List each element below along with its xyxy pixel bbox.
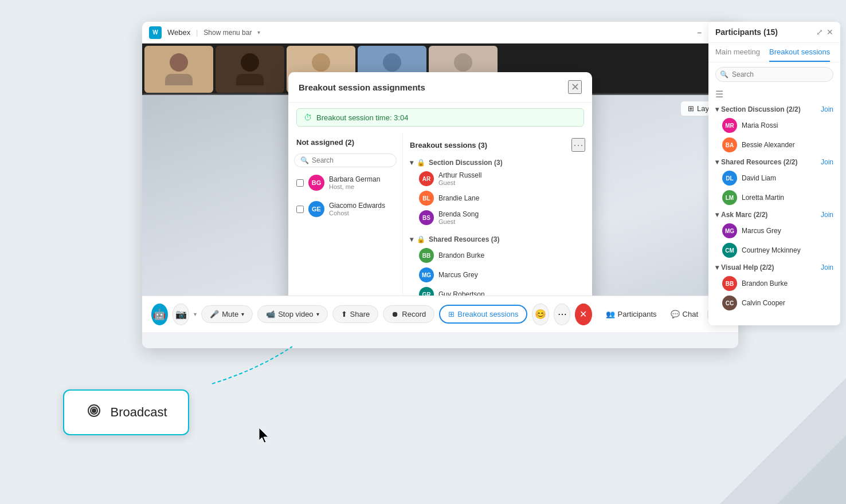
- marcus-panel-name: Marcus Grey: [742, 227, 781, 235]
- modal-close-button[interactable]: ✕: [568, 80, 582, 94]
- section-visual-join[interactable]: Join: [821, 263, 833, 271]
- clock-icon: ⏱: [304, 113, 312, 122]
- session-group-header-2: ▾ 🔒 Shared Resources (3): [410, 233, 585, 246]
- panel-search-input[interactable]: [715, 67, 833, 82]
- participant-courtney: CM Courtney Mckinney: [708, 241, 840, 260]
- calvin-name: Calvin Cooper: [742, 299, 785, 307]
- section-shared-header: ▾ Shared Resources (2/2) Join: [708, 155, 840, 168]
- giacomo-checkbox[interactable]: [296, 206, 304, 213]
- section-askmarc-join[interactable]: Join: [821, 211, 833, 219]
- chat-button[interactable]: 💬 Chat: [666, 307, 703, 321]
- not-assigned-title: Not assigned (2): [294, 138, 397, 149]
- section-discussion-join[interactable]: Join: [821, 105, 833, 113]
- tab-breakout-sessions[interactable]: Breakout sessions: [769, 43, 830, 62]
- breakout-sessions-header: Breakout sessions (3) ⋯: [410, 138, 585, 156]
- arthur-role: Guest: [438, 179, 481, 186]
- modal-body: Not assigned (2) 🔍 BG Barbara German Hos…: [288, 132, 592, 296]
- modal-right-panel: Breakout sessions (3) ⋯ ▾ 🔒 Section Disc…: [403, 132, 592, 296]
- chevron-section-2[interactable]: ▾: [715, 158, 719, 166]
- guy-avatar: GR: [419, 287, 434, 296]
- end-call-button[interactable]: ✕: [575, 304, 592, 325]
- camera-button[interactable]: 📷: [173, 304, 189, 325]
- calvin-avatar: CC: [722, 296, 737, 310]
- breakout-session-modal: Breakout session assignments ✕ ⏱ Breakou…: [288, 72, 592, 296]
- cursor: [259, 428, 271, 444]
- tab-main-meeting[interactable]: Main meeting: [715, 43, 760, 62]
- mute-button[interactable]: 🎤 Mute ▾: [201, 305, 253, 323]
- brenda-name: Brenda Song: [438, 210, 479, 218]
- mute-chevron[interactable]: ▾: [241, 311, 244, 317]
- chevron-section-3[interactable]: ▾: [715, 211, 719, 219]
- svg-point-3: [92, 408, 96, 413]
- member-brenda: BS Brenda Song Guest: [410, 208, 585, 227]
- bessie-avatar: BA: [722, 137, 737, 152]
- maria-name: Maria Rossi: [742, 121, 778, 129]
- collapse-icon-1[interactable]: ▾: [410, 159, 413, 167]
- member-guy: GR Guy Robertson: [410, 285, 585, 296]
- arthur-name: Arthur Russell: [438, 171, 481, 179]
- participants-button[interactable]: 👥 Participants: [601, 307, 661, 321]
- session-group-shared-resources: ▾ 🔒 Shared Resources (3) BB Brandon Burk…: [410, 233, 585, 296]
- thumbnail-2: [216, 46, 284, 93]
- breakout-sessions-button[interactable]: ⊞ Breakout sessions: [439, 305, 527, 324]
- toolbar: 🤖 📷 ▾ 🎤 Mute ▾ 📹 Stop video ▾ ⬆ Share ⏺ …: [142, 296, 738, 332]
- user-giacomo: GE Giacomo Edwards Cohost: [294, 198, 397, 220]
- marcus-avatar: MG: [419, 267, 434, 282]
- participants-panel: Participants (15) ⤢ ✕ Main meeting Break…: [708, 22, 840, 325]
- section-discussion-title: ▾ Section Discussion (2/2): [715, 105, 801, 113]
- section-shared-join[interactable]: Join: [821, 158, 833, 166]
- courtney-avatar: CM: [722, 243, 737, 258]
- emoji-button[interactable]: 😊: [532, 304, 549, 325]
- panel-header-icons: ⤢ ✕: [816, 27, 833, 37]
- list-icon: ☰: [715, 89, 723, 99]
- stop-video-button[interactable]: 📹 Stop video ▾: [257, 305, 327, 323]
- barbara-avatar: BG: [308, 175, 324, 191]
- minimize-button[interactable]: −: [695, 28, 704, 37]
- member-arthur: AR Arthur Russell Guest: [410, 169, 585, 188]
- brandon-avatar: BB: [419, 248, 434, 263]
- arthur-avatar: AR: [419, 171, 434, 186]
- webex-logo: W: [149, 26, 162, 39]
- panel-content: ▾ Section Discussion (2/2) Join MR Maria…: [708, 102, 840, 325]
- panel-title: Participants (15): [715, 27, 778, 37]
- brandie-avatar: BL: [419, 191, 434, 206]
- david-name: David Liam: [742, 174, 776, 182]
- session-name-1: Section Discussion (3): [429, 159, 503, 167]
- list-view-toggle[interactable]: ☰: [708, 86, 840, 102]
- chat-icon: 💬: [671, 310, 680, 318]
- video-chevron[interactable]: ▾: [316, 311, 319, 317]
- share-button[interactable]: ⬆ Share: [332, 305, 379, 323]
- barbara-checkbox[interactable]: [296, 179, 304, 187]
- panel-header: Participants (15) ⤢ ✕: [708, 22, 840, 43]
- show-menu-bar[interactable]: Show menu bar: [203, 29, 252, 37]
- loretta-name: Loretta Martin: [742, 194, 784, 202]
- record-icon: ⏺: [391, 310, 399, 318]
- collapse-icon-2[interactable]: ▾: [410, 235, 413, 243]
- user-barbara: BG Barbara German Host, me: [294, 172, 397, 194]
- svg-marker-4: [259, 428, 268, 443]
- mic-icon: 🎤: [210, 310, 219, 318]
- bessie-name: Bessie Alexander: [742, 141, 795, 149]
- brenda-avatar: BS: [419, 210, 434, 225]
- thumbnail-1: [144, 46, 213, 93]
- record-button[interactable]: ⏺ Record: [383, 305, 434, 323]
- panel-search[interactable]: 🔍: [708, 62, 840, 86]
- camera-chevron[interactable]: ▾: [194, 311, 197, 317]
- chevron-section-1[interactable]: ▾: [715, 105, 719, 113]
- marcus-name: Marcus Grey: [438, 271, 478, 279]
- modal-search-input[interactable]: [312, 156, 390, 164]
- lock-icon-1: 🔒: [417, 159, 425, 167]
- modal-search[interactable]: 🔍: [294, 153, 397, 167]
- breakout-more-button[interactable]: ⋯: [571, 138, 585, 152]
- chevron-section-4[interactable]: ▾: [715, 263, 719, 271]
- more-button[interactable]: ⋯: [554, 304, 570, 325]
- panel-expand-button[interactable]: ⤢: [816, 27, 823, 37]
- barbara-role: Host, me: [329, 183, 380, 190]
- broadcast-popup-text: Broadcast: [110, 405, 167, 420]
- guy-name: Guy Robertson: [438, 290, 485, 296]
- panel-close-button[interactable]: ✕: [827, 27, 833, 37]
- participant-maria: MR Maria Rossi: [708, 116, 840, 135]
- breakout-icon: ⊞: [448, 310, 455, 318]
- section-shared-title: ▾ Shared Resources (2/2): [715, 158, 797, 166]
- giacomo-avatar: GE: [308, 201, 324, 217]
